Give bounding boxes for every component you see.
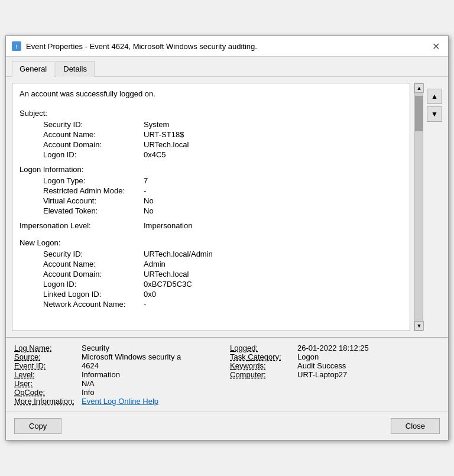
opcode-label: OpCode: bbox=[14, 388, 79, 397]
level-label: Level: bbox=[14, 370, 79, 379]
nav-up-button[interactable]: ▲ bbox=[427, 89, 442, 104]
field-value: URT-ST18$ bbox=[144, 130, 184, 139]
field-linked-logon-id: Linked Logon ID: 0x0 bbox=[43, 290, 403, 299]
scroll-track[interactable] bbox=[414, 93, 423, 321]
log-name-value: Security bbox=[82, 344, 109, 352]
title-bar-left: ! Event Properties - Event 4624, Microso… bbox=[12, 41, 257, 51]
field-label: Account Name: bbox=[43, 130, 144, 139]
opcode-row: OpCode: Info bbox=[14, 388, 224, 397]
field-value: - bbox=[144, 186, 146, 195]
user-label: User: bbox=[14, 379, 79, 388]
field-restricted-admin: Restricted Admin Mode: - bbox=[43, 186, 403, 195]
subject-section: Subject: Security ID: System Account Nam… bbox=[20, 109, 403, 159]
field-value: No bbox=[144, 196, 154, 205]
event-properties-dialog: ! Event Properties - Event 4624, Microso… bbox=[5, 35, 449, 441]
keywords-value: Audit Success bbox=[297, 361, 346, 370]
log-name-label: Log Name: bbox=[14, 344, 79, 352]
field-value: URTech.local/Admin bbox=[144, 250, 213, 258]
content-area: An account was successfully logged on. S… bbox=[6, 77, 448, 337]
more-info-row: More Information: Event Log Online Help bbox=[14, 397, 224, 406]
more-info-label: More Information: bbox=[14, 397, 79, 406]
field-value: 0x4C5 bbox=[144, 150, 166, 159]
field-account-domain-newlogon: Account Domain: URTech.local bbox=[43, 270, 403, 279]
copy-button[interactable]: Copy bbox=[14, 418, 61, 434]
field-logon-type: Logon Type: 7 bbox=[43, 176, 403, 185]
event-id-value: 4624 bbox=[82, 361, 99, 370]
field-value: 7 bbox=[144, 176, 148, 185]
field-label: Virtual Account: bbox=[43, 196, 144, 205]
field-elevated-token: Elevated Token: No bbox=[43, 206, 403, 215]
tab-details[interactable]: Details bbox=[56, 61, 95, 77]
user-row: User: N/A bbox=[14, 379, 224, 388]
field-label: Account Domain: bbox=[43, 140, 144, 149]
new-logon-section: New Logon: Security ID: URTech.local/Adm… bbox=[20, 238, 403, 309]
field-value: - bbox=[144, 300, 146, 309]
field-label: Restricted Admin Mode: bbox=[43, 186, 144, 195]
task-category-value: Logon bbox=[297, 352, 319, 361]
tab-general[interactable]: General bbox=[12, 61, 54, 77]
computer-row: Computer: URT-Laptop27 bbox=[230, 370, 440, 379]
field-account-domain-subject: Account Domain: URTech.local bbox=[43, 140, 403, 149]
impersonation-value: Impersonation bbox=[144, 221, 192, 230]
field-label: Logon ID: bbox=[43, 280, 144, 289]
event-log-online-help-link[interactable]: Event Log Online Help bbox=[82, 397, 158, 406]
field-security-id-subject: Security ID: System bbox=[43, 120, 403, 129]
keywords-row: Keywords: Audit Success bbox=[230, 361, 440, 370]
field-label: Network Account Name: bbox=[43, 300, 144, 309]
subject-header: Subject: bbox=[20, 109, 403, 118]
bottom-info: Log Name: Security Source: Microsoft Win… bbox=[6, 337, 448, 412]
field-value: Admin bbox=[144, 260, 166, 268]
event-id-row: Event ID: 4624 bbox=[14, 361, 224, 370]
source-label: Source: bbox=[14, 352, 79, 361]
user-value: N/A bbox=[82, 379, 95, 388]
nav-down-button[interactable]: ▼ bbox=[427, 106, 442, 122]
scroll-up-arrow[interactable]: ▲ bbox=[414, 83, 424, 93]
field-value: 0x0 bbox=[144, 290, 156, 299]
field-label: Account Name: bbox=[43, 260, 144, 268]
scroll-down-arrow[interactable]: ▼ bbox=[414, 321, 424, 331]
field-value: URTech.local bbox=[144, 140, 189, 149]
field-label: Elevated Token: bbox=[43, 206, 144, 215]
nav-arrows: ▲ ▼ bbox=[427, 83, 442, 331]
tabs-bar: General Details bbox=[6, 57, 448, 77]
field-network-account-name: Network Account Name: - bbox=[43, 300, 403, 309]
close-button[interactable]: ✕ bbox=[429, 40, 442, 53]
field-account-name-newlogon: Account Name: Admin bbox=[43, 260, 403, 268]
field-security-id-newlogon: Security ID: URTech.local/Admin bbox=[43, 250, 403, 258]
logged-row: Logged: 26-01-2022 18:12:25 bbox=[230, 344, 440, 352]
field-value: System bbox=[144, 120, 169, 129]
field-label: Logon Type: bbox=[43, 176, 144, 185]
field-value: 0xBC7D5C3C bbox=[144, 280, 192, 289]
computer-label: Computer: bbox=[230, 370, 295, 379]
field-account-name-subject: Account Name: URT-ST18$ bbox=[43, 130, 403, 139]
new-logon-header: New Logon: bbox=[20, 238, 403, 247]
field-label: Account Domain: bbox=[43, 270, 144, 279]
keywords-label: Keywords: bbox=[230, 361, 295, 370]
log-name-row: Log Name: Security bbox=[14, 344, 224, 352]
dialog-close-button[interactable]: Close bbox=[391, 418, 440, 434]
task-category-label: Task Category: bbox=[230, 352, 295, 361]
bottom-right: Logged: 26-01-2022 18:12:25 Task Categor… bbox=[230, 344, 440, 406]
event-description: An account was successfully logged on. bbox=[20, 89, 403, 102]
task-category-row: Task Category: Logon bbox=[230, 352, 440, 361]
dialog-title: Event Properties - Event 4624, Microsoft… bbox=[26, 42, 257, 51]
scrollbar[interactable]: ▲ ▼ bbox=[414, 83, 423, 331]
computer-value: URT-Laptop27 bbox=[297, 370, 347, 379]
field-label: Security ID: bbox=[43, 120, 144, 129]
impersonation-header: Impersonation Level: bbox=[20, 221, 144, 230]
field-logon-id-newlogon: Logon ID: 0xBC7D5C3C bbox=[43, 280, 403, 289]
logged-label: Logged: bbox=[230, 344, 295, 352]
footer: Copy Close bbox=[6, 412, 448, 440]
field-virtual-account: Virtual Account: No bbox=[43, 196, 403, 205]
logon-info-header: Logon Information: bbox=[20, 165, 403, 174]
scroll-thumb[interactable] bbox=[415, 96, 423, 131]
source-row: Source: Microsoft Windows security a bbox=[14, 352, 224, 361]
svg-text:!: ! bbox=[16, 44, 18, 50]
field-label: Security ID: bbox=[43, 250, 144, 258]
logged-value: 26-01-2022 18:12:25 bbox=[297, 344, 369, 352]
logon-info-section: Logon Information: Logon Type: 7 Restric… bbox=[20, 165, 403, 215]
title-bar: ! Event Properties - Event 4624, Microso… bbox=[6, 36, 448, 57]
event-id-label: Event ID: bbox=[14, 361, 79, 370]
level-row: Level: Information bbox=[14, 370, 224, 379]
source-value: Microsoft Windows security a bbox=[82, 352, 181, 361]
